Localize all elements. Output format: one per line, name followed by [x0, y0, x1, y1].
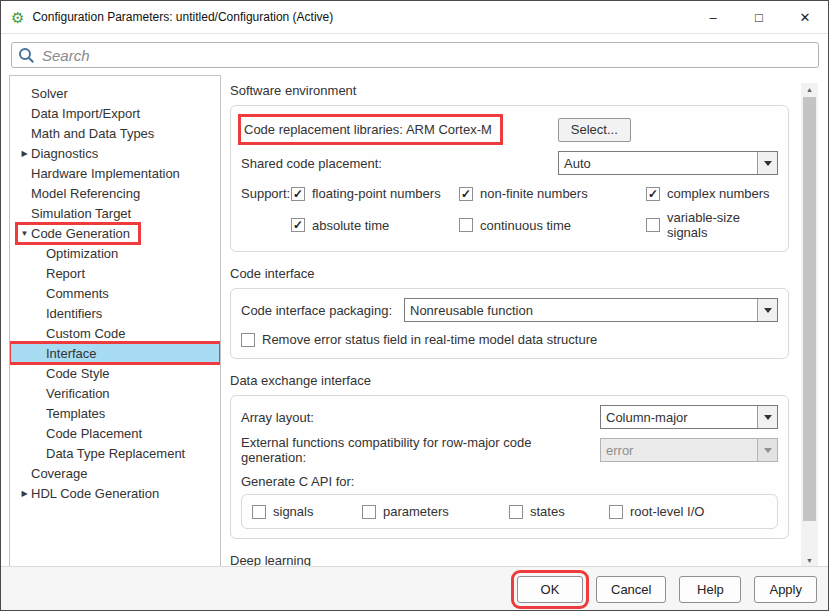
checkbox-remove-error-status[interactable]: Remove error status field in real-time m…	[241, 332, 597, 347]
vertical-scrollbar[interactable]: ▲ ▼	[801, 83, 818, 567]
chevron-down-icon[interactable]	[757, 152, 777, 174]
array-layout-dropdown[interactable]: Column-major	[600, 405, 778, 429]
cancel-button[interactable]: Cancel	[596, 576, 666, 603]
data-exchange-group: Array layout: Column-major External func…	[230, 395, 789, 539]
chevron-down-icon	[757, 439, 777, 461]
help-button[interactable]: Help	[679, 576, 741, 603]
checkbox-complex-numbers[interactable]: ✓complex numbers	[646, 186, 770, 201]
shared-code-placement-label: Shared code placement:	[241, 156, 382, 171]
window-title: Configuration Parameters: untitled/Confi…	[32, 10, 333, 24]
generate-c-api-label: Generate C API for:	[241, 474, 354, 489]
code-interface-group: Code interface packaging: Nonreusable fu…	[230, 288, 789, 359]
checkbox-root-level-io[interactable]: root-level I/O	[609, 504, 704, 519]
maximize-button[interactable]: □	[736, 1, 782, 33]
external-functions-compatibility-dropdown: error	[600, 438, 778, 462]
close-button[interactable]: ✕	[782, 1, 828, 33]
code-replacement-libraries-annotation-box: Code replacement libraries: ARM Cortex-M	[241, 117, 500, 142]
title-bar: ⚙ Configuration Parameters: untitled/Con…	[1, 1, 828, 34]
generate-c-api-group: signals parameters states root-level I/O	[241, 494, 778, 529]
dialog-footer: OK Cancel Help Apply	[1, 566, 828, 610]
expand-arrow-icon[interactable]: ▶	[18, 149, 31, 158]
sidebar-item-model-referencing[interactable]: Model Referencing	[10, 183, 220, 203]
scroll-up-icon[interactable]: ▲	[801, 83, 818, 96]
search-input[interactable]	[11, 42, 819, 68]
sidebar-item-code-style[interactable]: Code Style	[10, 363, 220, 383]
select-button[interactable]: Select...	[558, 118, 631, 142]
code-replacement-libraries-value: ARM Cortex-M	[406, 122, 492, 137]
sidebar-item-math-and-data-types[interactable]: Math and Data Types	[10, 123, 220, 143]
configuration-parameters-dialog: ⚙ Configuration Parameters: untitled/Con…	[0, 0, 829, 611]
sidebar-item-identifiers[interactable]: Identifiers	[10, 303, 220, 323]
sidebar-item-hardware-implementation[interactable]: Hardware Implementation	[10, 163, 220, 183]
checkbox-parameters[interactable]: parameters	[362, 504, 509, 519]
sidebar-item-code-generation[interactable]: ▼Code Generation	[10, 223, 220, 243]
search-bar	[11, 42, 819, 68]
checkbox-continuous-time[interactable]: continuous time	[459, 218, 646, 233]
sidebar-item-diagnostics[interactable]: ▶Diagnostics	[10, 143, 220, 163]
minimize-button[interactable]: –	[690, 1, 736, 33]
checkbox-variable-size-signals[interactable]: variable-size signals	[646, 210, 778, 240]
software-environment-group: Code replacement libraries: ARM Cortex-M…	[230, 105, 789, 252]
code-replacement-libraries-label: Code replacement libraries:	[244, 122, 403, 137]
sidebar-item-coverage[interactable]: Coverage	[10, 463, 220, 483]
external-functions-compatibility-label: External functions compatibility for row…	[241, 435, 600, 465]
category-tree: Solver Data Import/Export Math and Data …	[9, 75, 221, 567]
chevron-down-icon[interactable]	[757, 299, 777, 321]
array-layout-label: Array layout:	[241, 410, 600, 425]
sidebar-item-templates[interactable]: Templates	[10, 403, 220, 423]
sidebar-item-comments[interactable]: Comments	[10, 283, 220, 303]
chevron-down-icon[interactable]	[757, 406, 777, 428]
ok-button[interactable]: OK	[517, 576, 583, 603]
sidebar-item-data-type-replacement[interactable]: Data Type Replacement	[10, 443, 220, 463]
shared-code-placement-dropdown[interactable]: Auto	[558, 151, 778, 175]
collapse-arrow-icon[interactable]: ▼	[18, 229, 31, 238]
section-title-software-environment: Software environment	[230, 83, 789, 98]
sidebar-item-simulation-target[interactable]: Simulation Target	[10, 203, 220, 223]
scrollbar-thumb[interactable]	[803, 97, 816, 521]
checkbox-signals[interactable]: signals	[252, 504, 362, 519]
checkbox-absolute-time[interactable]: ✓absolute time	[291, 218, 459, 233]
simulink-gear-icon: ⚙	[11, 10, 24, 25]
settings-panel: Software environment Code replacement li…	[229, 83, 789, 567]
search-icon	[18, 47, 35, 64]
section-title-data-exchange: Data exchange interface	[230, 373, 789, 388]
checkbox-states[interactable]: states	[509, 504, 609, 519]
section-title-deep-learning: Deep learning	[230, 553, 789, 567]
expand-arrow-icon[interactable]: ▶	[18, 489, 31, 498]
section-title-code-interface: Code interface	[230, 266, 789, 281]
sidebar-item-verification[interactable]: Verification	[10, 383, 220, 403]
sidebar-item-data-import-export[interactable]: Data Import/Export	[10, 103, 220, 123]
apply-button[interactable]: Apply	[754, 576, 817, 603]
sidebar-item-hdl-code-generation[interactable]: ▶HDL Code Generation	[10, 483, 220, 503]
support-label: Support:	[241, 186, 291, 201]
sidebar-item-custom-code[interactable]: Custom Code	[10, 323, 220, 343]
sidebar-item-interface[interactable]: Interface	[10, 343, 220, 363]
code-generation-annotation-box: ▼Code Generation	[18, 225, 138, 242]
sidebar-item-solver[interactable]: Solver	[10, 83, 220, 103]
window-controls: – □ ✕	[690, 1, 828, 33]
code-interface-packaging-dropdown[interactable]: Nonreusable function	[404, 298, 778, 322]
sidebar-item-optimization[interactable]: Optimization	[10, 243, 220, 263]
checkbox-non-finite-numbers[interactable]: ✓non-finite numbers	[459, 186, 646, 201]
checkbox-floating-point-numbers[interactable]: ✓floating-point numbers	[291, 186, 459, 201]
sidebar-item-report[interactable]: Report	[10, 263, 220, 283]
sidebar-item-code-placement[interactable]: Code Placement	[10, 423, 220, 443]
code-interface-packaging-label: Code interface packaging:	[241, 303, 404, 318]
